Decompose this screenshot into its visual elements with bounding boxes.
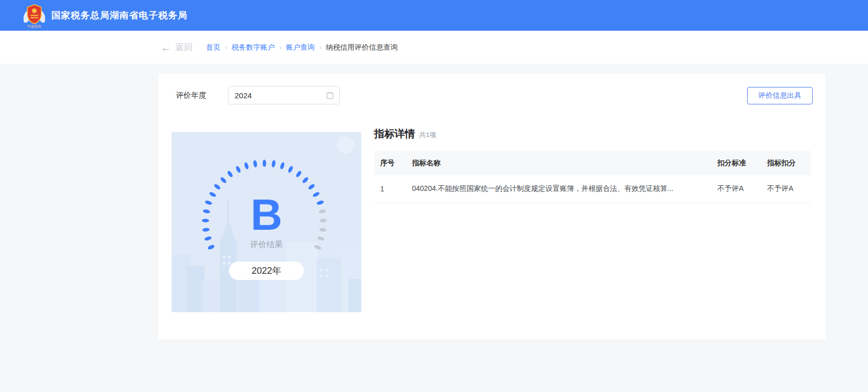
gauge-dot [307, 183, 315, 190]
indicator-table: 序号 指标名称 扣分标准 指标扣分 1 040204.不能按照国家统一的会计制度… [374, 151, 811, 203]
breadcrumb-current-page: 纳税信用评价信息查询 [326, 43, 398, 52]
details-header: 指标详情 共1项 [374, 127, 436, 141]
breadcrumb: 首页 › 税务数字账户 › 账户查询 › 纳税信用评价信息查询 [206, 43, 398, 52]
gauge-dot [226, 170, 234, 178]
svg-text:中国税务: 中国税务 [27, 25, 42, 28]
gauge-dot [213, 183, 221, 190]
back-label: 返回 [175, 41, 193, 53]
gauge-dot [244, 162, 250, 170]
table-header-row: 序号 指标名称 扣分标准 指标扣分 [374, 151, 811, 175]
cell-indicator-name: 040204.不能按照国家统一的会计制度规定设置账簿，并根据合法、有效凭证核算.… [412, 184, 717, 193]
cell-indicator-deduction: 不予评A [767, 184, 811, 193]
breadcrumb-bar: ← 返回 首页 › 税务数字账户 › 账户查询 › 纳税信用评价信息查询 [0, 31, 868, 64]
back-arrow-icon: ← [161, 42, 171, 53]
breadcrumb-separator-icon: › [279, 44, 281, 51]
app-title: 国家税务总局湖南省电子税务局 [51, 9, 188, 21]
tax-bureau-emblem-icon: 中国税务 [24, 4, 45, 28]
content-card: 评价年度 2024 评价信息出具 [158, 74, 825, 339]
issue-evaluation-info-button[interactable]: 评价信息出具 [747, 87, 813, 104]
breadcrumb-separator-icon: › [319, 44, 321, 51]
eval-year-value: 2024 [235, 91, 326, 100]
gauge-dot [219, 176, 227, 184]
breadcrumb-home[interactable]: 首页 [206, 43, 220, 52]
breadcrumb-separator-icon: › [225, 44, 227, 51]
back-button[interactable]: ← 返回 [161, 41, 193, 53]
gauge-dot [279, 162, 285, 170]
cell-deduction-standard: 不予评A [717, 184, 767, 193]
evaluation-result-panel: B 评价结果 2022年 [172, 132, 361, 312]
page: 中国税务 国家税务总局湖南省电子税务局 ← 返回 首页 › 税务数字账户 › 账… [0, 0, 868, 392]
details-count-badge: 共1项 [419, 130, 436, 140]
breadcrumb-account-query[interactable]: 账户查询 [286, 43, 315, 52]
table-row[interactable]: 1 040204.不能按照国家统一的会计制度规定设置账簿，并根据合法、有效凭证核… [374, 175, 811, 203]
breadcrumb-digital-account[interactable]: 税务数字账户 [232, 43, 275, 52]
eval-year-label: 评价年度 [176, 86, 206, 104]
calendar-icon[interactable] [326, 91, 334, 99]
decor-circle [337, 136, 354, 154]
gauge-dot [287, 165, 294, 173]
eval-year-input[interactable]: 2024 [228, 86, 340, 104]
credit-grade: B [172, 192, 361, 236]
col-header-indicator-deduction: 指标扣分 [767, 159, 811, 168]
credit-grade-label: 评价结果 [172, 239, 361, 250]
col-header-deduction-standard: 扣分标准 [717, 159, 767, 168]
gauge-dot [295, 170, 302, 178]
gauge-dot [253, 160, 258, 168]
app-header: 中国税务 国家税务总局湖南省电子税务局 [0, 0, 868, 31]
gauge-dot [302, 176, 309, 184]
evaluation-year-pill: 2022年 [229, 262, 304, 280]
col-header-seq: 序号 [374, 159, 412, 168]
details-title: 指标详情 [374, 127, 415, 141]
gauge-dot [271, 160, 276, 168]
cell-seq: 1 [374, 185, 412, 193]
gauge-dot [235, 165, 241, 173]
gauge-dot [263, 160, 266, 167]
col-header-indicator-name: 指标名称 [412, 159, 717, 168]
